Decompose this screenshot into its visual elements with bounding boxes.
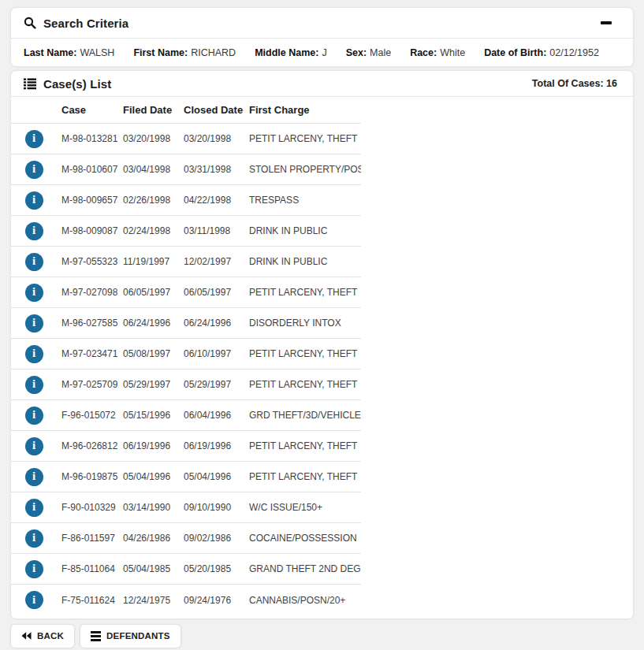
cell-filed-date: 05/15/1996 xyxy=(123,410,184,421)
cell-case-number: M-97-055323 xyxy=(61,256,123,267)
search-criteria-title: Search Criteria xyxy=(43,17,128,30)
footer-actions: BACK DEFENDANTS xyxy=(0,618,644,648)
cell-filed-date: 05/04/1985 xyxy=(123,563,184,574)
column-header-first-charge: First Charge xyxy=(249,104,361,116)
criteria-value: 02/12/1952 xyxy=(549,47,599,58)
case-info-icon[interactable]: i xyxy=(25,468,43,486)
search-criteria-header: Search Criteria xyxy=(11,8,633,39)
collapse-panel-button[interactable] xyxy=(597,15,616,31)
criteria-value: White xyxy=(440,47,465,58)
table-row: i M-96-026812 06/19/1996 06/19/1996 PETI… xyxy=(11,431,361,462)
search-criteria-values: Last Name:WALSH First Name:RICHARD Middl… xyxy=(11,39,633,66)
cell-closed-date: 04/22/1998 xyxy=(184,195,249,206)
cell-first-charge: PETIT LARCENY, THEFT xyxy=(249,348,361,359)
column-header-filed-date: Filed Date xyxy=(123,104,184,116)
criteria-label: Last Name: xyxy=(24,47,76,58)
table-row: i F-90-010329 03/14/1990 09/10/1990 W/C … xyxy=(11,492,361,523)
cell-closed-date: 03/31/1998 xyxy=(184,164,249,175)
case-info-icon[interactable]: i xyxy=(25,376,43,394)
cell-case-number: M-98-010607 xyxy=(61,164,123,175)
case-info-icon[interactable]: i xyxy=(25,499,43,517)
row-info-cell: i xyxy=(11,407,61,425)
row-info-cell: i xyxy=(11,345,61,363)
cell-closed-date: 05/04/1996 xyxy=(184,471,249,482)
cell-first-charge: DRINK IN PUBLIC xyxy=(249,256,361,267)
cell-case-number: M-98-013281 xyxy=(61,133,123,144)
cell-first-charge: PETIT LARCENY, THEFT xyxy=(249,133,361,144)
cell-filed-date: 06/24/1996 xyxy=(123,318,184,329)
cell-case-number: M-96-019875 xyxy=(61,471,123,482)
cell-closed-date: 06/05/1997 xyxy=(184,287,249,298)
cell-closed-date: 03/20/1998 xyxy=(184,133,249,144)
cell-first-charge: PETIT LARCENY, THEFT xyxy=(249,440,361,451)
cell-closed-date: 09/10/1990 xyxy=(184,502,249,513)
cell-closed-date: 06/19/1996 xyxy=(184,440,249,451)
cell-first-charge: PETIT LARCENY, THEFT xyxy=(249,287,361,298)
cell-filed-date: 11/19/1997 xyxy=(123,256,184,267)
cell-closed-date: 05/20/1985 xyxy=(184,563,249,574)
case-info-icon[interactable]: i xyxy=(25,130,43,148)
cell-closed-date: 06/04/1996 xyxy=(184,410,249,421)
cell-closed-date: 12/02/1997 xyxy=(184,256,249,267)
cell-case-number: M-98-009087 xyxy=(61,225,123,236)
cell-first-charge: PETIT LARCENY, THEFT xyxy=(249,379,361,390)
criteria-label: Date of Birth: xyxy=(484,47,546,58)
table-row: i M-97-023471 05/08/1997 06/10/1997 PETI… xyxy=(11,339,361,370)
table-row: i M-97-055323 11/19/1997 12/02/1997 DRIN… xyxy=(11,247,361,277)
search-icon xyxy=(24,17,36,29)
cell-first-charge: TRESPASS xyxy=(249,195,361,206)
criteria-value: WALSH xyxy=(80,47,114,58)
case-info-icon[interactable]: i xyxy=(25,284,43,302)
case-info-icon[interactable]: i xyxy=(25,591,43,609)
cell-closed-date: 09/24/1976 xyxy=(184,595,249,606)
row-info-cell: i xyxy=(11,130,61,148)
list-icon xyxy=(24,78,36,90)
case-info-icon[interactable]: i xyxy=(25,345,43,363)
criteria-middle-name: Middle Name:J xyxy=(255,47,327,58)
case-info-icon[interactable]: i xyxy=(25,407,43,425)
case-info-icon[interactable]: i xyxy=(25,253,43,271)
cell-case-number: F-86-011597 xyxy=(61,533,123,544)
defendants-button-label: DEFENDANTS xyxy=(106,631,170,641)
table-row: i M-96-019875 05/04/1996 05/04/1996 PETI… xyxy=(11,462,361,492)
cell-filed-date: 03/04/1998 xyxy=(123,164,184,175)
case-info-icon[interactable]: i xyxy=(25,161,43,179)
cell-case-number: M-98-009657 xyxy=(61,195,123,206)
case-info-icon[interactable]: i xyxy=(25,222,43,240)
criteria-value: J xyxy=(322,47,326,58)
cell-case-number: F-75-011624 xyxy=(61,595,123,606)
row-info-cell: i xyxy=(11,191,61,210)
cell-filed-date: 12/24/1975 xyxy=(123,595,184,606)
cell-case-number: M-96-027585 xyxy=(61,318,123,329)
case-table: Case Filed Date Closed Date First Charge… xyxy=(11,97,361,615)
row-info-cell: i xyxy=(11,499,61,517)
cell-first-charge: DRINK IN PUBLIC xyxy=(249,225,361,236)
cell-first-charge: CANNABIS/POSN/20+ xyxy=(249,595,361,606)
case-info-icon[interactable]: i xyxy=(25,437,43,455)
criteria-dob: Date of Birth:02/12/1952 xyxy=(484,47,599,58)
cell-filed-date: 06/19/1996 xyxy=(123,440,184,451)
cell-filed-date: 05/08/1997 xyxy=(123,348,184,359)
row-info-cell: i xyxy=(11,560,61,578)
case-info-icon[interactable]: i xyxy=(25,314,43,332)
back-button[interactable]: BACK xyxy=(11,625,74,648)
cell-filed-date: 05/04/1996 xyxy=(123,471,184,482)
cell-case-number: F-85-011064 xyxy=(61,563,123,574)
case-info-icon[interactable]: i xyxy=(25,560,43,578)
case-info-icon[interactable]: i xyxy=(25,191,43,210)
cell-filed-date: 02/26/1998 xyxy=(123,195,184,206)
case-info-icon[interactable]: i xyxy=(25,529,43,548)
criteria-label: Middle Name: xyxy=(255,47,318,58)
table-row: i F-75-011624 12/24/1975 09/24/1976 CANN… xyxy=(11,585,361,615)
row-info-cell: i xyxy=(11,591,61,609)
table-row: i M-98-009087 02/24/1998 03/11/1998 DRIN… xyxy=(11,216,361,247)
defendants-button[interactable]: DEFENDANTS xyxy=(80,625,181,648)
table-row: i M-98-013281 03/20/1998 03/20/1998 PETI… xyxy=(11,124,361,154)
cell-case-number: F-96-015072 xyxy=(61,410,123,421)
criteria-last-name: Last Name:WALSH xyxy=(24,47,114,58)
table-row: i F-86-011597 04/26/1986 09/02/1986 COCA… xyxy=(11,523,361,554)
cell-case-number: M-97-023471 xyxy=(61,348,123,359)
criteria-first-name: First Name:RICHARD xyxy=(133,47,236,58)
row-info-cell: i xyxy=(11,161,61,179)
cell-case-number: M-97-025709 xyxy=(61,379,123,390)
